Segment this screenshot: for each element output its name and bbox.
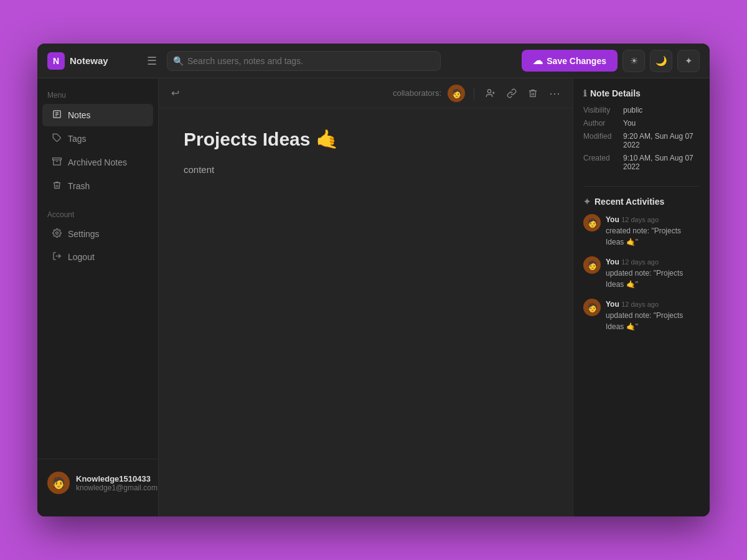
- account-label: Account: [37, 210, 158, 219]
- visibility-key: Visibility: [583, 106, 619, 114]
- sidebar-item-logout[interactable]: Logout: [42, 246, 153, 268]
- note-title[interactable]: Projects Ideas 🤙: [184, 128, 548, 150]
- detail-modified: Modified 9:20 AM, Sun Aug 07 2022: [583, 132, 700, 149]
- sun-icon: ☀: [630, 55, 638, 67]
- settings-icon: [52, 228, 62, 240]
- activity-item-0: 🧑 You 12 days ago created note: "Project…: [583, 214, 700, 248]
- collaborators-label: collaborators:: [393, 88, 441, 98]
- collaborator-avatar: 🧑: [448, 85, 465, 102]
- activity-time-val-2: 12 days ago: [621, 301, 659, 308]
- user-name: Knowledge1510433: [76, 474, 157, 483]
- notes-label: Notes: [68, 110, 91, 120]
- search-icon: 🔍: [173, 56, 184, 66]
- sidebar-item-trash[interactable]: Trash: [42, 175, 153, 197]
- activity-action-2: updated note:: [606, 311, 651, 320]
- created-key: Created: [583, 154, 619, 162]
- note-details-title: ℹ Note Details: [583, 88, 700, 98]
- activity-time-val-0: 12 days ago: [621, 216, 659, 223]
- logout-icon: [52, 251, 62, 263]
- right-panel: ℹ Note Details Visibility public Author …: [573, 78, 710, 516]
- activity-action-1: updated note:: [606, 269, 651, 278]
- sidebar: Menu Notes Tags Archived Notes: [37, 78, 159, 516]
- sidebar-item-settings[interactable]: Settings: [42, 223, 153, 245]
- activities-icon: ✦: [583, 197, 591, 207]
- author-key: Author: [583, 119, 619, 128]
- hamburger-button[interactable]: ☰: [144, 52, 159, 70]
- activities-title: ✦ Recent Activities: [583, 197, 700, 207]
- back-button[interactable]: ↩: [169, 85, 182, 101]
- svg-point-9: [487, 90, 491, 93]
- section-divider: [583, 186, 700, 187]
- detail-created: Created 9:10 AM, Sun Aug 07 2022: [583, 154, 700, 171]
- app-name: Noteway: [70, 55, 108, 66]
- save-label: Save Changes: [547, 56, 606, 66]
- sparkle-icon: ✦: [685, 55, 693, 67]
- sidebar-bottom: 🧑 Knowledge1510433 knowledge1@gmail.com: [37, 459, 158, 506]
- activity-item-2: 🧑 You 12 days ago updated note: "Project…: [583, 299, 700, 332]
- activity-item-1: 🧑 You 12 days ago updated note: "Project…: [583, 256, 700, 290]
- note-body[interactable]: content: [184, 162, 548, 177]
- note-toolbar: ↩ collaborators: 🧑: [159, 78, 573, 108]
- delete-note-button[interactable]: [525, 86, 540, 101]
- activity-avatar-1: 🧑: [583, 256, 601, 274]
- settings-label: Settings: [68, 229, 100, 239]
- activity-text-1: You 12 days ago updated note: "Projects …: [606, 256, 700, 290]
- trash-icon: [52, 180, 62, 192]
- note-content: Projects Ideas 🤙 content: [159, 108, 573, 516]
- sidebar-item-tags[interactable]: Tags: [42, 128, 153, 150]
- add-collaborator-button[interactable]: [483, 86, 498, 101]
- trash-label: Trash: [68, 181, 90, 191]
- user-email: knowledge1@gmail.com: [76, 483, 157, 492]
- save-icon: ☁: [533, 55, 543, 67]
- activity-user-2: You: [606, 300, 619, 309]
- menu-label: Menu: [37, 91, 158, 100]
- activity-action-0: created note:: [606, 226, 649, 235]
- toolbar-right: collaborators: 🧑 ⋯: [393, 85, 563, 102]
- theme-sun-button[interactable]: ☀: [622, 50, 645, 72]
- activity-user-1: You: [606, 258, 619, 266]
- logout-label: Logout: [68, 252, 95, 262]
- theme-sparkle-button[interactable]: ✦: [677, 50, 700, 72]
- activity-avatar-0: 🧑: [583, 214, 601, 231]
- note-area: ↩ collaborators: 🧑: [159, 78, 573, 516]
- back-icon: ↩: [171, 87, 179, 99]
- sidebar-item-archived[interactable]: Archived Notes: [42, 151, 153, 174]
- user-card[interactable]: 🧑 Knowledge1510433 knowledge1@gmail.com: [42, 467, 153, 499]
- tags-icon: [52, 133, 62, 144]
- detail-author: Author You: [583, 119, 700, 128]
- tags-label: Tags: [68, 134, 87, 144]
- search-input[interactable]: [167, 51, 441, 71]
- activity-avatar-2: 🧑: [583, 299, 601, 316]
- moon-icon: 🌙: [655, 55, 667, 67]
- activity-user-0: You: [606, 215, 619, 224]
- archived-label: Archived Notes: [68, 157, 127, 167]
- link-button[interactable]: [504, 86, 519, 101]
- user-info: Knowledge1510433 knowledge1@gmail.com: [76, 474, 157, 492]
- activity-time-val-1: 12 days ago: [621, 258, 659, 266]
- created-value: 9:10 AM, Sun Aug 07 2022: [623, 154, 700, 171]
- user-avatar: 🧑: [47, 472, 70, 494]
- note-details-section: ℹ Note Details Visibility public Author …: [583, 88, 700, 171]
- header: N Noteway ☰ 🔍 ☁ Save Changes ☀ 🌙 ✦: [37, 44, 710, 78]
- search-area: 🔍: [167, 51, 441, 71]
- visibility-value: public: [623, 106, 642, 114]
- save-button[interactable]: ☁ Save Changes: [522, 50, 618, 72]
- svg-rect-5: [53, 158, 62, 160]
- main-layout: Menu Notes Tags Archived Notes: [37, 78, 710, 516]
- header-right: ☁ Save Changes ☀ 🌙 ✦: [522, 50, 700, 72]
- author-value: You: [623, 119, 636, 128]
- detail-visibility: Visibility public: [583, 106, 700, 114]
- activity-text-2: You 12 days ago updated note: "Projects …: [606, 299, 700, 332]
- app-container: N Noteway ☰ 🔍 ☁ Save Changes ☀ 🌙 ✦: [37, 44, 710, 516]
- modified-key: Modified: [583, 132, 619, 141]
- toolbar-divider: [474, 87, 474, 100]
- sidebar-item-notes[interactable]: Notes: [42, 104, 153, 126]
- more-options-button[interactable]: ⋯: [547, 85, 563, 101]
- svg-point-7: [56, 232, 59, 235]
- notes-icon: [52, 110, 62, 121]
- logo-icon: N: [47, 52, 65, 70]
- theme-moon-button[interactable]: 🌙: [650, 50, 672, 72]
- info-icon: ℹ: [583, 88, 586, 98]
- logo-area: N Noteway ☰: [47, 52, 159, 70]
- toolbar-left: ↩: [169, 85, 182, 101]
